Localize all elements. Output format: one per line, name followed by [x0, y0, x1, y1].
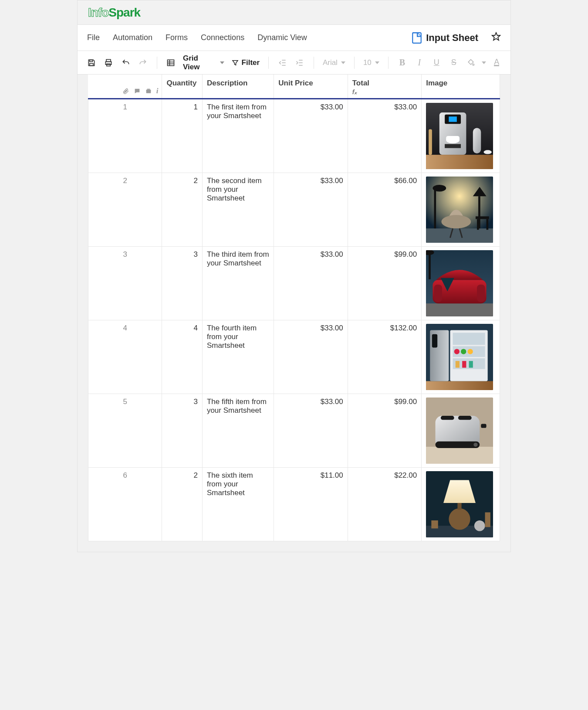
svg-rect-62 [462, 361, 466, 367]
toolbar: Grid View Filter Arial 10 B I U S A [78, 51, 510, 75]
row-number[interactable]: 5 [88, 394, 162, 468]
svg-rect-25 [445, 144, 461, 148]
thumbnail-coffee-machine [426, 103, 493, 169]
cell-unit-price[interactable]: $33.00 [274, 247, 348, 320]
cell-description[interactable]: The second item from your Smartsheet [202, 173, 274, 247]
cell-total[interactable]: $22.00 [348, 468, 421, 541]
print-button[interactable] [101, 55, 116, 71]
svg-rect-41 [487, 219, 489, 230]
svg-rect-18 [146, 90, 151, 93]
col-description[interactable]: Description [202, 75, 274, 99]
menu-dynamic-view[interactable]: Dynamic View [257, 33, 307, 42]
svg-point-58 [454, 349, 460, 354]
favorite-button[interactable] [491, 32, 501, 44]
cell-quantity[interactable]: 4 [162, 320, 202, 394]
svg-rect-79 [485, 512, 490, 527]
cell-image[interactable] [422, 247, 500, 320]
row-number[interactable]: 4 [88, 320, 162, 394]
svg-rect-19 [147, 89, 150, 90]
outdent-button[interactable] [275, 55, 290, 71]
filter-button[interactable]: Filter [229, 58, 263, 67]
cell-total[interactable]: $33.00 [348, 99, 421, 173]
cell-quantity[interactable]: 2 [162, 468, 202, 541]
cell-quantity[interactable]: 3 [162, 394, 202, 468]
row-header-corner[interactable]: i [88, 75, 162, 99]
svg-point-29 [484, 150, 492, 154]
thumbnail-armchair [426, 177, 493, 243]
fill-color-caret[interactable] [480, 55, 487, 71]
italic-button[interactable]: I [412, 55, 427, 71]
cell-total[interactable]: $99.00 [348, 394, 421, 468]
cell-unit-price[interactable]: $33.00 [274, 394, 348, 468]
view-switcher[interactable]: Grid View [180, 54, 227, 71]
cell-description[interactable]: The third item from your Smartsheet [202, 247, 274, 320]
cell-description[interactable]: The fourth item from your Smartsheet [202, 320, 274, 394]
cell-unit-price[interactable]: $33.00 [274, 99, 348, 173]
table-row[interactable]: 2 2 The second item from your Smartsheet… [88, 173, 500, 247]
svg-rect-61 [456, 361, 460, 367]
info-icon: i [156, 87, 159, 95]
row-number[interactable]: 3 [88, 247, 162, 320]
brand-text-spark: Spark [108, 6, 140, 19]
cell-description[interactable]: The first item from your Smartsheet [202, 99, 274, 173]
menu-forms[interactable]: Forms [166, 33, 188, 42]
row-number[interactable]: 2 [88, 173, 162, 247]
menu-file[interactable]: File [87, 33, 100, 42]
svg-point-59 [461, 349, 466, 354]
cell-image[interactable] [422, 320, 500, 394]
text-color-button[interactable]: A [489, 55, 504, 71]
cell-unit-price[interactable]: $33.00 [274, 320, 348, 394]
table-row[interactable]: 4 4 The fourth item from your Smartsheet… [88, 320, 500, 394]
cell-image[interactable] [422, 394, 500, 468]
table-row[interactable]: 3 3 The third item from your Smartsheet … [88, 247, 500, 320]
row-number[interactable]: 6 [88, 468, 162, 541]
cell-quantity[interactable]: 3 [162, 247, 202, 320]
svg-rect-30 [429, 129, 432, 155]
row-number[interactable]: 1 [88, 99, 162, 173]
sheet-tab[interactable]: Input Sheet [412, 32, 478, 44]
bold-button[interactable]: B [395, 55, 410, 71]
font-picker[interactable]: Arial [320, 58, 348, 67]
thumbnail-sofa [426, 250, 493, 316]
svg-point-77 [474, 520, 485, 531]
col-total[interactable]: Totalfₓ [348, 75, 421, 99]
table-row[interactable]: 5 3 The fifth item from your Smartsheet … [88, 394, 500, 468]
cell-quantity[interactable]: 2 [162, 173, 202, 247]
cell-image[interactable] [422, 173, 500, 247]
svg-rect-2 [90, 60, 93, 61]
col-unit-price[interactable]: Unit Price [274, 75, 348, 99]
proof-icon [145, 88, 152, 95]
thumbnail-refrigerator [426, 324, 493, 390]
font-size-picker[interactable]: 10 [361, 58, 382, 67]
cell-image[interactable] [422, 99, 500, 173]
underline-button[interactable]: U [429, 55, 444, 71]
strikethrough-button[interactable]: S [446, 55, 461, 71]
cell-total[interactable]: $132.00 [348, 320, 421, 394]
cell-description[interactable]: The fifth item from your Smartsheet [202, 394, 274, 468]
table-row[interactable]: 1 1 The first item from your Smartsheet … [88, 99, 500, 173]
col-quantity[interactable]: Quantity [162, 75, 202, 99]
cell-description[interactable]: The sixth item from your Smartsheet [202, 468, 274, 541]
svg-rect-65 [426, 447, 493, 464]
menu-connections[interactable]: Connections [201, 33, 244, 42]
indent-button[interactable] [292, 55, 308, 71]
fill-color-button[interactable] [463, 55, 478, 71]
data-grid[interactable]: i Quantity Description Unit Price Totalf… [88, 75, 500, 541]
thumbnail-toaster [426, 397, 493, 464]
redo-button[interactable] [135, 55, 150, 71]
menu-automation[interactable]: Automation [113, 33, 152, 42]
svg-rect-40 [477, 219, 479, 230]
save-button[interactable] [84, 55, 99, 71]
cell-unit-price[interactable]: $11.00 [274, 468, 348, 541]
cell-total[interactable]: $66.00 [348, 173, 421, 247]
cell-total[interactable]: $99.00 [348, 247, 421, 320]
undo-button[interactable] [118, 55, 133, 71]
cell-unit-price[interactable]: $33.00 [274, 173, 348, 247]
col-image[interactable]: Image [422, 75, 500, 99]
svg-rect-76 [458, 503, 462, 510]
cell-quantity[interactable]: 1 [162, 99, 202, 173]
cell-image[interactable] [422, 468, 500, 541]
svg-point-38 [433, 185, 446, 191]
grid-icon [163, 55, 179, 71]
table-row[interactable]: 6 2 The sixth item from your Smartsheet … [88, 468, 500, 541]
